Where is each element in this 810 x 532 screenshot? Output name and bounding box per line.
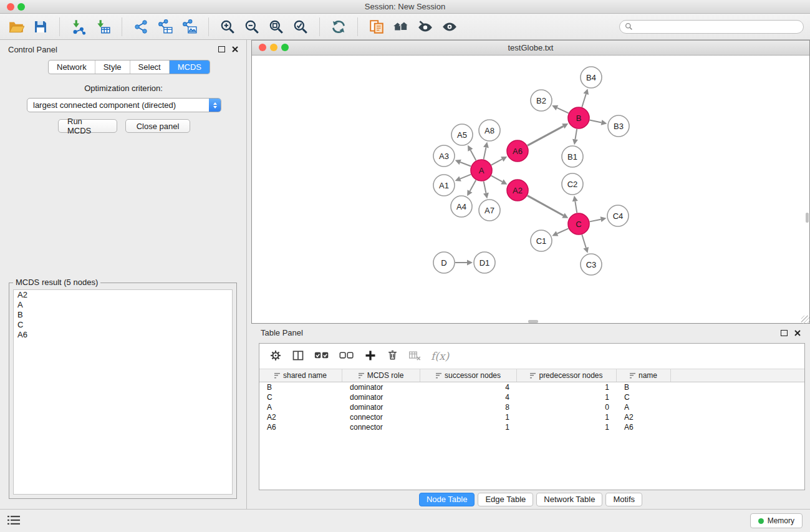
table-cell[interactable]: 4 [420,383,517,392]
mcds-result-item[interactable]: A [14,300,232,310]
close-panel-button[interactable]: Close panel [125,119,190,133]
graph-node-D1[interactable]: D1 [474,252,495,273]
traffic-light-zoom[interactable] [17,3,25,11]
delete-column-icon[interactable] [387,349,398,363]
network-minimize-button[interactable] [270,44,277,51]
table-cell[interactable]: 1 [517,393,617,402]
table-cell[interactable]: B [617,383,671,392]
table-cell[interactable]: A6 [617,423,671,432]
table-cell[interactable]: dominator [342,383,420,392]
graph-node-A3[interactable]: A3 [433,145,455,167]
graph-node-B3[interactable]: B3 [608,115,629,137]
tab-network[interactable]: Network [49,60,95,74]
graph-node-B4[interactable]: B4 [581,67,602,88]
network-close-button[interactable] [259,44,266,51]
column-header-predecessor-nodes[interactable]: predecessor nodes [517,369,617,382]
graph-node-A8[interactable]: A8 [479,120,500,141]
home-icon[interactable] [391,17,411,37]
vertical-scrollbar[interactable] [806,213,809,223]
graph-edge-B-B4[interactable] [582,94,586,107]
graph-edge-A2-C[interactable] [528,196,564,216]
criterion-dropdown[interactable]: largest connected component (directed) [27,98,221,112]
copy-documents-icon[interactable] [367,17,387,37]
table-cell[interactable]: C [617,393,671,402]
table-cell[interactable]: 1 [517,383,617,392]
table-cell[interactable]: 0 [517,403,617,412]
network-graph[interactable]: B4B2BB3A5A8A6B1A3AA1A2C2A4A7CC4C1C3DD1 [252,56,809,324]
open-session-icon[interactable] [6,17,26,37]
save-session-icon[interactable] [31,17,51,37]
import-network-icon[interactable] [69,17,89,37]
table-cell[interactable]: 1 [517,423,617,432]
search-input[interactable] [636,22,798,32]
graph-node-C2[interactable]: C2 [562,173,583,195]
table-cell[interactable]: A2 [259,413,342,422]
tab-edge-table[interactable]: Edge Table [478,493,533,506]
graph-node-B2[interactable]: B2 [531,90,552,111]
graph-node-A4[interactable]: A4 [451,196,472,217]
graph-node-C[interactable]: C [568,213,589,235]
graph-edge-A-A7[interactable] [484,181,486,193]
table-cell[interactable]: A2 [617,413,671,422]
traffic-light-close[interactable] [7,3,14,11]
table-cell[interactable]: A [617,403,671,412]
column-header-successor-nodes[interactable]: successor nodes [420,369,517,382]
import-table-icon[interactable] [93,17,113,37]
network-canvas[interactable]: B4B2BB3A5A8A6B1A3AA1A2C2A4A7CC4C1C3DD1 [252,56,809,324]
zoom-selected-icon[interactable] [291,17,311,37]
graph-node-C1[interactable]: C1 [531,230,552,251]
mcds-result-item[interactable]: B [14,310,232,320]
graph-edge-C-C3[interactable] [582,235,586,248]
table-cell[interactable]: dominator [342,393,420,402]
tab-network-table[interactable]: Network Table [536,493,602,506]
graph-node-A7[interactable]: A7 [479,200,500,221]
graph-edge-B-B2[interactable] [557,108,568,114]
table-cell[interactable]: dominator [342,403,420,412]
tab-mcds[interactable]: MCDS [170,60,210,74]
table-row[interactable]: A6connector11A6 [259,422,804,432]
tab-motifs[interactable]: Motifs [605,493,642,506]
graph-edge-C-C2[interactable] [575,201,577,213]
float-panel-icon[interactable] [781,330,788,336]
zoom-in-icon[interactable] [218,17,238,37]
graph-edge-A6-B[interactable] [528,126,564,145]
graph-edge-A-A1[interactable] [460,175,471,179]
unselect-all-icon[interactable] [339,350,354,363]
graph-edge-B-B3[interactable] [590,120,602,123]
run-mcds-button[interactable]: Run MCDS [58,119,117,133]
new-network-icon[interactable] [131,17,151,37]
close-panel-icon[interactable] [232,46,238,52]
tab-node-table[interactable]: Node Table [419,493,475,506]
close-panel-icon[interactable] [794,330,801,336]
eye-icon[interactable] [440,17,460,37]
select-all-icon[interactable] [314,350,329,363]
tab-select[interactable]: Select [130,60,170,74]
table-cell[interactable]: A6 [259,423,342,432]
table-cell[interactable]: B [259,383,342,392]
network-table-icon[interactable] [155,17,175,37]
graph-edge-A-A4[interactable] [470,180,476,191]
window-titlebar[interactable]: Session: New Session [0,0,810,14]
columns-icon[interactable] [292,349,304,364]
table-row[interactable]: Bdominator41B [259,382,804,392]
table-cell[interactable]: 8 [420,403,517,412]
table-row[interactable]: Cdominator41C [259,392,804,402]
graph-edge-A-A3[interactable] [460,162,471,167]
mcds-result-item[interactable]: A6 [14,330,232,340]
zoom-fit-icon[interactable] [266,17,286,37]
graph-edge-C-C4[interactable] [590,220,601,222]
add-column-icon[interactable] [364,349,377,364]
horizontal-scrollbar[interactable] [528,320,538,323]
delete-table-icon[interactable] [408,349,421,364]
refresh-icon[interactable] [329,17,349,37]
table-cell[interactable]: A [259,403,342,412]
column-header-shared-name[interactable]: shared name [259,369,342,382]
mcds-result-list[interactable]: A2ABCA6 [13,289,233,495]
table-cell[interactable]: 1 [420,423,517,432]
table-cell[interactable]: 1 [420,413,517,422]
graph-node-A1[interactable]: A1 [433,175,455,196]
graph-node-C4[interactable]: C4 [607,205,629,226]
resize-grip[interactable] [801,316,809,324]
zoom-out-icon[interactable] [242,17,262,37]
network-image-icon[interactable] [180,17,200,37]
